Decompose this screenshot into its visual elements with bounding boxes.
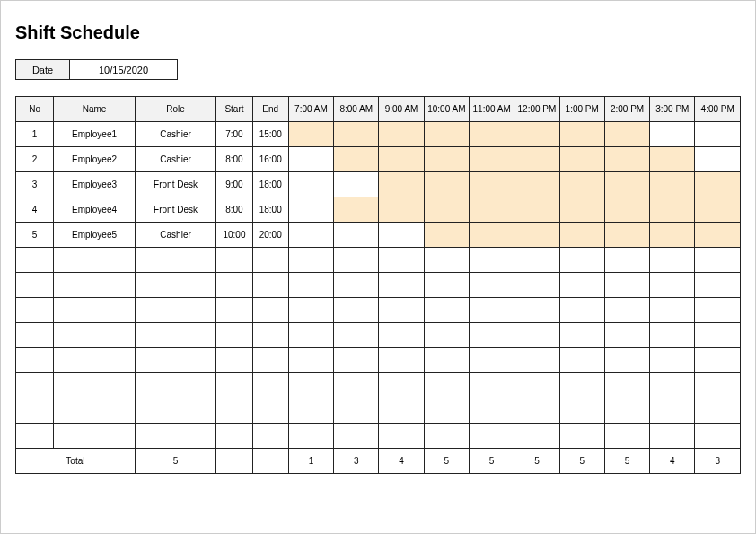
cell-empty bbox=[252, 273, 288, 298]
cell-hour bbox=[424, 172, 469, 197]
page: Shift Schedule Date 10/15/2020 No Name R… bbox=[0, 0, 756, 534]
cell-start: 10:00 bbox=[216, 223, 252, 248]
cell-hour bbox=[604, 197, 649, 223]
table-row bbox=[16, 273, 741, 298]
cell-name: Employee3 bbox=[54, 172, 136, 197]
cell-empty bbox=[514, 298, 559, 323]
cell-hour bbox=[334, 197, 379, 223]
cell-empty bbox=[334, 298, 379, 323]
cell-empty bbox=[604, 398, 649, 424]
cell-empty bbox=[379, 373, 424, 398]
cell-hour bbox=[650, 122, 695, 147]
cell-empty bbox=[135, 273, 216, 298]
cell-hour bbox=[470, 122, 514, 147]
cell-empty bbox=[16, 248, 54, 273]
cell-hour bbox=[379, 122, 424, 147]
total-hour-count: 5 bbox=[604, 449, 649, 474]
cell-role: Cashier bbox=[135, 122, 216, 147]
cell-empty bbox=[424, 323, 469, 348]
cell-end: 20:00 bbox=[252, 223, 288, 248]
cell-empty bbox=[470, 348, 514, 373]
cell-empty bbox=[695, 323, 741, 348]
cell-empty bbox=[288, 273, 333, 298]
cell-empty bbox=[16, 398, 54, 424]
cell-hour bbox=[288, 223, 333, 248]
cell-empty bbox=[559, 373, 604, 398]
cell-hour bbox=[695, 147, 741, 172]
cell-empty bbox=[135, 298, 216, 323]
col-hour: 8:00 AM bbox=[334, 97, 379, 122]
cell-hour bbox=[604, 223, 649, 248]
cell-empty bbox=[379, 273, 424, 298]
cell-empty bbox=[135, 348, 216, 373]
cell-empty bbox=[650, 373, 695, 398]
col-hour: 2:00 PM bbox=[604, 97, 649, 122]
schedule-total: Total 5 1345555543 bbox=[16, 449, 741, 474]
cell-empty bbox=[54, 373, 136, 398]
cell-empty bbox=[288, 373, 333, 398]
table-row: 4Employee4Front Desk8:0018:00 bbox=[16, 197, 741, 223]
cell-hour bbox=[695, 172, 741, 197]
cell-empty bbox=[424, 248, 469, 273]
col-hour: 3:00 PM bbox=[650, 97, 695, 122]
cell-empty bbox=[16, 424, 54, 449]
cell-empty bbox=[514, 373, 559, 398]
cell-hour bbox=[288, 122, 333, 147]
schedule-header: No Name Role Start End 7:00 AM8:00 AM9:0… bbox=[16, 97, 741, 122]
cell-empty bbox=[695, 373, 741, 398]
cell-empty bbox=[604, 373, 649, 398]
cell-hour bbox=[695, 197, 741, 223]
cell-empty bbox=[334, 373, 379, 398]
cell-empty bbox=[252, 323, 288, 348]
total-hour-count: 3 bbox=[334, 449, 379, 474]
cell-empty bbox=[288, 424, 333, 449]
cell-hour bbox=[604, 147, 649, 172]
cell-empty bbox=[514, 398, 559, 424]
cell-empty bbox=[470, 424, 514, 449]
cell-empty bbox=[559, 323, 604, 348]
total-hour-count: 4 bbox=[379, 449, 424, 474]
cell-hour bbox=[334, 122, 379, 147]
cell-empty bbox=[288, 398, 333, 424]
cell-empty bbox=[216, 273, 252, 298]
cell-empty bbox=[288, 248, 333, 273]
total-start-blank bbox=[216, 449, 252, 474]
cell-empty bbox=[559, 398, 604, 424]
cell-hour bbox=[470, 197, 514, 223]
cell-empty bbox=[16, 323, 54, 348]
cell-empty bbox=[252, 398, 288, 424]
col-hour: 4:00 PM bbox=[695, 97, 741, 122]
cell-end: 15:00 bbox=[252, 122, 288, 147]
cell-empty bbox=[16, 298, 54, 323]
col-hour: 10:00 AM bbox=[424, 97, 469, 122]
cell-start: 7:00 bbox=[216, 122, 252, 147]
cell-hour bbox=[695, 223, 741, 248]
cell-hour bbox=[559, 172, 604, 197]
cell-empty bbox=[695, 348, 741, 373]
cell-role: Front Desk bbox=[135, 197, 216, 223]
table-row: 1Employee1Cashier7:0015:00 bbox=[16, 122, 741, 147]
cell-start: 8:00 bbox=[216, 147, 252, 172]
table-row bbox=[16, 298, 741, 323]
cell-hour bbox=[650, 223, 695, 248]
cell-empty bbox=[650, 298, 695, 323]
cell-no: 3 bbox=[16, 172, 54, 197]
table-row bbox=[16, 348, 741, 373]
cell-empty bbox=[379, 323, 424, 348]
cell-empty bbox=[604, 273, 649, 298]
cell-empty bbox=[470, 323, 514, 348]
cell-empty bbox=[334, 424, 379, 449]
cell-empty bbox=[470, 398, 514, 424]
cell-empty bbox=[216, 398, 252, 424]
cell-empty bbox=[379, 398, 424, 424]
total-hour-count: 3 bbox=[695, 449, 741, 474]
cell-hour bbox=[604, 122, 649, 147]
cell-hour bbox=[514, 147, 559, 172]
cell-empty bbox=[424, 424, 469, 449]
cell-empty bbox=[424, 273, 469, 298]
table-row: 5Employee5Cashier10:0020:00 bbox=[16, 223, 741, 248]
cell-empty bbox=[514, 273, 559, 298]
cell-hour bbox=[288, 147, 333, 172]
schedule-table: No Name Role Start End 7:00 AM8:00 AM9:0… bbox=[15, 96, 741, 474]
cell-empty bbox=[650, 248, 695, 273]
